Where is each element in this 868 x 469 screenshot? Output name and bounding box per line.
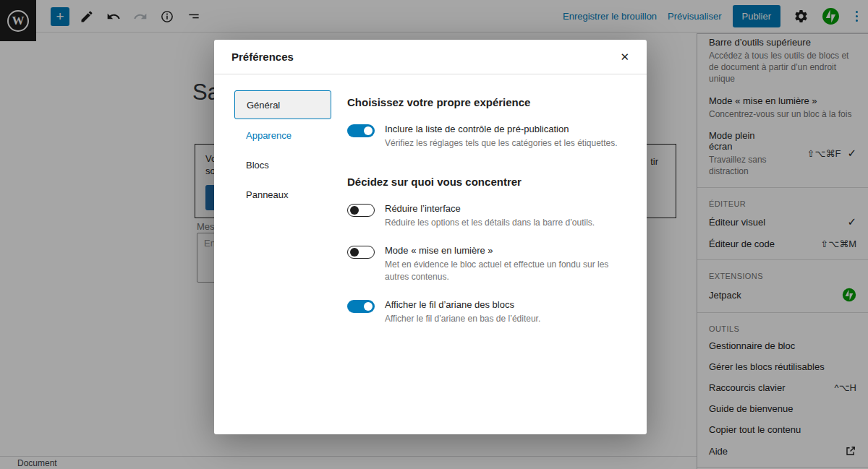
pref-desc: Vérifiez les réglages tels que les catég… xyxy=(385,137,618,150)
toggle-spotlight-mode[interactable] xyxy=(347,246,375,259)
preferences-tabs: Général Apparence Blocs Panneaux xyxy=(234,90,343,325)
pref-row-reduce-interface: Réduire l’interface Réduire les options … xyxy=(347,203,629,229)
tab-general[interactable]: Général xyxy=(234,90,331,119)
wordpress-editor-screen: + xyxy=(0,0,868,469)
pref-label: Afficher le fil d’ariane des blocs xyxy=(385,299,540,310)
modal-body: Général Apparence Blocs Panneaux Choisis… xyxy=(214,74,647,325)
toggle-reduce-interface[interactable] xyxy=(347,204,375,217)
pref-desc: Réduire les options et les détails dans … xyxy=(385,217,595,229)
section-heading-experience: Choisissez votre propre expérience xyxy=(347,96,629,108)
tab-panels[interactable]: Panneaux xyxy=(234,180,331,210)
toggle-block-breadcrumbs[interactable] xyxy=(347,300,375,313)
section-heading-focus: Décidez sur quoi vous concentrer xyxy=(347,176,629,188)
pref-desc: Afficher le fil d’ariane en bas de l’édi… xyxy=(385,313,540,325)
preferences-content: Choisissez votre propre expérience Inclu… xyxy=(343,90,629,325)
pref-desc: Met en évidence le bloc actuel et effect… xyxy=(385,259,625,284)
modal-header: Préférences ✕ xyxy=(214,40,647,74)
pref-label: Mode « mise en lumière » xyxy=(385,245,625,256)
tab-blocks[interactable]: Blocs xyxy=(234,150,331,180)
close-modal-button[interactable]: ✕ xyxy=(617,48,632,66)
pref-row-block-breadcrumbs: Afficher le fil d’ariane des blocs Affic… xyxy=(347,299,629,325)
toggle-prepublish-checklist[interactable] xyxy=(347,124,375,137)
pref-label: Inclure la liste de contrôle de pré-publ… xyxy=(385,124,618,134)
tab-appearance[interactable]: Apparence xyxy=(234,121,331,150)
pref-row-spotlight-mode: Mode « mise en lumière » Met en évidence… xyxy=(347,245,629,284)
close-icon: ✕ xyxy=(620,51,629,63)
pref-row-prepublish-checklist: Inclure la liste de contrôle de pré-publ… xyxy=(347,124,629,150)
modal-title: Préférences xyxy=(231,51,294,63)
pref-label: Réduire l’interface xyxy=(385,203,595,214)
preferences-modal: Préférences ✕ Général Apparence Blocs Pa… xyxy=(214,40,647,434)
